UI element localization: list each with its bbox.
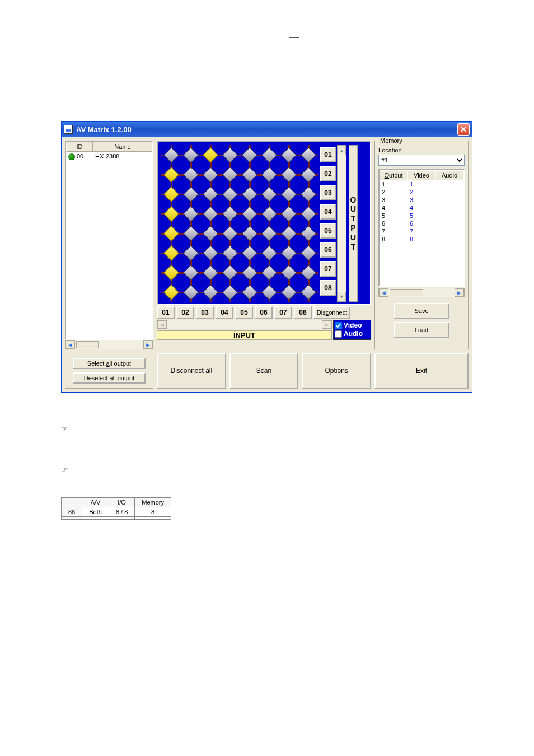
- exit-button[interactable]: Exit: [374, 353, 469, 389]
- matrix-node[interactable]: [200, 204, 220, 223]
- matrix-node[interactable]: [279, 243, 298, 263]
- memory-row[interactable]: 55: [380, 212, 463, 220]
- output-label-button[interactable]: 04: [320, 204, 336, 220]
- input-label-button[interactable]: 03: [196, 306, 214, 319]
- device-row[interactable]: 00HX-2388: [66, 152, 152, 161]
- deselect-all-output-button[interactable]: Deselect all output: [73, 372, 146, 384]
- matrix-node[interactable]: [161, 145, 181, 165]
- chevron-right-icon[interactable]: ▶: [322, 320, 331, 329]
- disconnect-button[interactable]: Disconnect: [313, 306, 350, 319]
- matrix-node[interactable]: [240, 165, 259, 184]
- matrix-node[interactable]: [161, 204, 181, 223]
- scan-button[interactable]: Scan: [229, 353, 299, 389]
- matrix-node[interactable]: [220, 204, 240, 223]
- vscroll-track[interactable]: [338, 155, 346, 292]
- load-button[interactable]: Load: [394, 322, 449, 338]
- matrix-node[interactable]: [161, 263, 181, 282]
- scrollbar-track[interactable]: [388, 288, 455, 297]
- matrix-vscroll[interactable]: ▲ ▼: [337, 145, 346, 302]
- memory-row[interactable]: 11: [380, 180, 463, 188]
- matrix-node[interactable]: [220, 223, 240, 243]
- matrix-node[interactable]: [240, 204, 259, 223]
- matrix-node[interactable]: [181, 204, 200, 223]
- hscroll-track[interactable]: [167, 320, 322, 329]
- device-hscroll[interactable]: ◀ ▶: [65, 340, 153, 349]
- input-label-button[interactable]: 05: [235, 306, 253, 319]
- matrix-node[interactable]: [279, 184, 298, 204]
- matrix-node[interactable]: [279, 282, 298, 302]
- matrix-node[interactable]: [240, 282, 259, 302]
- matrix-node[interactable]: [200, 223, 220, 243]
- matrix-node[interactable]: [161, 165, 181, 184]
- chevron-down-icon[interactable]: ▼: [338, 292, 346, 301]
- chevron-left-icon[interactable]: ◀: [379, 288, 388, 297]
- matrix-node[interactable]: [259, 282, 279, 302]
- matrix-node[interactable]: [161, 184, 181, 204]
- matrix-node[interactable]: [181, 282, 200, 302]
- matrix-node[interactable]: [279, 263, 298, 282]
- memory-row[interactable]: 66: [380, 220, 463, 227]
- chevron-right-icon[interactable]: ▶: [455, 288, 464, 297]
- matrix-node[interactable]: [220, 145, 240, 165]
- matrix-node[interactable]: [181, 165, 200, 184]
- matrix-node[interactable]: [220, 263, 240, 282]
- matrix-node[interactable]: [259, 223, 279, 243]
- matrix-node[interactable]: [259, 145, 279, 165]
- matrix-node[interactable]: [240, 263, 259, 282]
- matrix-node[interactable]: [279, 204, 298, 223]
- location-select[interactable]: #1: [378, 155, 465, 166]
- disconnect-all-button[interactable]: Disconnect all: [157, 353, 226, 389]
- memory-row[interactable]: 88: [380, 235, 463, 243]
- input-label-button[interactable]: 07: [274, 306, 292, 319]
- output-label-button[interactable]: 08: [320, 280, 336, 296]
- matrix-node[interactable]: [200, 243, 220, 263]
- options-button[interactable]: Options: [302, 353, 371, 389]
- matrix-node[interactable]: [298, 184, 318, 204]
- matrix-node[interactable]: [240, 243, 259, 263]
- matrix-node[interactable]: [259, 184, 279, 204]
- matrix-node[interactable]: [181, 184, 200, 204]
- matrix-node[interactable]: [259, 165, 279, 184]
- matrix-node[interactable]: [220, 282, 240, 302]
- matrix-node[interactable]: [200, 263, 220, 282]
- matrix-node[interactable]: [298, 145, 318, 165]
- matrix-node[interactable]: [220, 165, 240, 184]
- matrix-node[interactable]: [279, 165, 298, 184]
- matrix-node[interactable]: [298, 263, 318, 282]
- device-header-name[interactable]: Name: [93, 142, 152, 152]
- scrollbar-thumb[interactable]: [390, 289, 423, 296]
- scrollbar-track[interactable]: [75, 340, 143, 349]
- matrix-node[interactable]: [220, 184, 240, 204]
- matrix-node[interactable]: [161, 243, 181, 263]
- matrix-node[interactable]: [259, 243, 279, 263]
- chevron-left-icon[interactable]: ◀: [157, 320, 167, 329]
- output-label-button[interactable]: 02: [320, 166, 336, 181]
- matrix-node[interactable]: [181, 145, 200, 165]
- chevron-right-icon[interactable]: ▶: [143, 340, 153, 349]
- matrix-node[interactable]: [259, 204, 279, 223]
- memory-hscroll[interactable]: ◀ ▶: [378, 288, 465, 297]
- video-checkbox[interactable]: Video: [335, 321, 369, 329]
- select-all-output-button[interactable]: Select all output: [73, 358, 146, 369]
- matrix-node[interactable]: [279, 145, 298, 165]
- matrix-node[interactable]: [279, 223, 298, 243]
- memory-header-video[interactable]: Video: [407, 170, 435, 180]
- audio-checkbox[interactable]: Audio: [335, 330, 369, 338]
- chevron-up-icon[interactable]: ▲: [338, 146, 346, 155]
- output-label-button[interactable]: 01: [320, 147, 336, 162]
- matrix-node[interactable]: [220, 243, 240, 263]
- matrix-node[interactable]: [298, 165, 318, 184]
- device-header-id[interactable]: ID: [66, 142, 93, 152]
- matrix-node[interactable]: [161, 282, 181, 302]
- input-label-button[interactable]: 08: [294, 306, 312, 319]
- input-label-button[interactable]: 01: [157, 306, 175, 319]
- matrix-node[interactable]: [181, 263, 200, 282]
- matrix-hscroll[interactable]: ◀ ▶: [157, 320, 332, 329]
- matrix-node[interactable]: [200, 145, 220, 165]
- output-label-button[interactable]: 06: [320, 242, 336, 258]
- matrix-node[interactable]: [298, 282, 318, 302]
- chevron-left-icon[interactable]: ◀: [65, 340, 75, 349]
- matrix-node[interactable]: [298, 223, 318, 243]
- scrollbar-thumb[interactable]: [76, 341, 99, 348]
- matrix-node[interactable]: [181, 243, 200, 263]
